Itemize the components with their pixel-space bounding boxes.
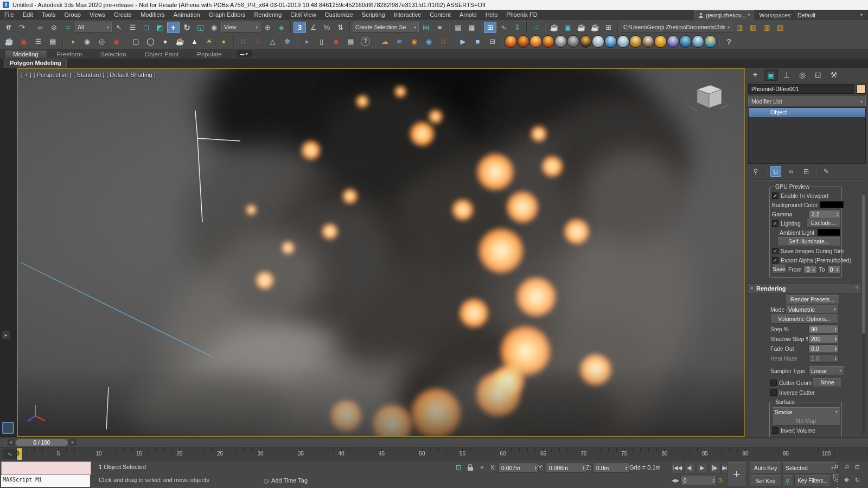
volumetric-options-button[interactable]: Volumetric Options... [770, 314, 838, 324]
set-key-button[interactable]: Set Key [750, 475, 781, 486]
start-sim-icon[interactable]: ▶ [456, 35, 470, 48]
window-crossing-icon[interactable]: ◩ [154, 22, 166, 33]
menu-interactive[interactable]: Interactive [390, 10, 426, 20]
menu-civil-view[interactable]: Civil View [286, 10, 320, 20]
lighting-checkbox[interactable]: ✓ [772, 220, 778, 227]
light-lister-icon[interactable]: ◑ [66, 35, 79, 48]
save-button[interactable]: Save [772, 265, 786, 274]
fade-out-spinner[interactable]: 0.0▲▼ [808, 344, 839, 353]
user-account-button[interactable]: georgi.zhekov... ▾ [694, 10, 754, 20]
unlink-selection-icon[interactable]: ⊘ [48, 22, 60, 33]
delete-sim-icon[interactable]: ⊟ [486, 35, 499, 48]
ribbon-tab-selection[interactable]: Selection [92, 50, 135, 59]
menu-scripting[interactable]: Scripting [358, 10, 390, 20]
red-drop-icon[interactable]: ◆ [329, 35, 343, 48]
vray-lister-icon[interactable]: ☰ [31, 35, 45, 48]
stop-sim-icon[interactable]: ■ [471, 35, 484, 48]
viewport-standard-menu[interactable]: [ Standard ] [73, 72, 104, 78]
preset-large-smoke[interactable] [567, 36, 579, 47]
vray-settings-icon[interactable]: ▤ [46, 35, 60, 48]
next-frame-button[interactable]: |▶ [709, 462, 720, 473]
flyout-arrow-button[interactable]: ▸ [2, 331, 10, 339]
select-and-rotate-icon[interactable]: ↻ [181, 22, 193, 33]
show-end-result-icon[interactable]: ⊔ [770, 166, 781, 177]
mirror-icon[interactable]: ⋈ [420, 22, 432, 33]
menu-customize[interactable]: Customize [321, 10, 358, 20]
surface-channel-dropdown[interactable]: Smoke▾ [772, 407, 840, 416]
scrollbar-thumb[interactable] [862, 195, 865, 334]
time-configuration-icon[interactable]: ◷ [718, 477, 723, 484]
selection-set-dropdown[interactable]: Create Selection Se▾ [353, 22, 419, 33]
orbit-icon[interactable]: ↻ [853, 476, 862, 485]
play-button[interactable]: ▶ [697, 462, 708, 473]
mode-dropdown[interactable]: Volumetric▾ [786, 305, 839, 314]
preset-explosion[interactable] [530, 36, 541, 47]
forces-icon[interactable]: ∴ [251, 35, 265, 48]
preset-burning-crate[interactable] [518, 36, 529, 47]
pin-stack-icon[interactable]: ⚲ [750, 166, 761, 177]
percent-snap-icon[interactable]: % [321, 22, 333, 33]
phoenixfd-help-icon[interactable]: ? [722, 35, 736, 48]
stack-item-object[interactable]: Object [749, 108, 865, 117]
preset-honey[interactable] [655, 36, 666, 47]
maxscript-listener-input[interactable]: MAXScript Mi [1, 475, 90, 487]
rendering-rollout-header[interactable]: ▾ Rendering ⠿ [748, 283, 861, 293]
ribbon-tab-object-paint[interactable]: Object Paint [136, 50, 188, 59]
preset-whirlpool[interactable] [680, 36, 691, 47]
menu-arnold[interactable]: Arnold [455, 10, 481, 20]
add-time-tag[interactable]: Add Time Tag [271, 477, 308, 484]
video-camera-icon[interactable]: ◉ [80, 35, 94, 48]
go-to-start-button[interactable]: |◀◀ [672, 462, 683, 473]
rendered-frame-window-icon[interactable]: ▣ [561, 22, 574, 33]
preset-iceberg[interactable] [617, 36, 629, 47]
gamma-spinner[interactable]: 2.2▲▼ [809, 210, 840, 219]
next-frame-button[interactable]: > [69, 439, 76, 446]
maxscript-mini-listener[interactable] [1, 461, 91, 475]
preset-explosion-crate[interactable] [542, 36, 554, 47]
id-card-icon[interactable]: ▯ [315, 35, 328, 48]
snaps-toggle-icon[interactable]: 3 [293, 22, 306, 33]
export-alpha-checkbox[interactable]: ✓ [772, 257, 778, 264]
zoom-extents-icon[interactable]: ⊡ [853, 463, 862, 472]
ribbon-tab-freeform[interactable]: Freeform [48, 50, 91, 59]
scatter-flower-icon[interactable]: ✽ [280, 35, 294, 48]
utilities-tab-icon[interactable]: ⚒ [827, 69, 841, 81]
viewport-pov-menu[interactable]: [ Perspective ] [34, 72, 72, 78]
sampler-type-dropdown[interactable]: Linear▾ [808, 366, 844, 375]
redo-icon[interactable]: ↷ [16, 22, 28, 33]
ribbon-toggle-icon[interactable]: ⊞ [484, 22, 496, 33]
project-link-icon[interactable]: ▥ [761, 22, 773, 33]
select-by-name-icon[interactable]: ☰ [126, 22, 139, 33]
select-and-manipulate-icon[interactable]: ◈ [275, 22, 288, 33]
background-color-swatch[interactable] [820, 201, 844, 208]
menu-edit[interactable]: Edit [18, 10, 37, 20]
display-tab-icon[interactable]: ⊡ [811, 69, 825, 81]
derrick-icon[interactable]: △ [266, 35, 279, 48]
modify-tab-icon[interactable]: ▣ [764, 69, 778, 81]
previous-frame-button[interactable]: < [8, 439, 15, 446]
spinner-arrows[interactable]: ▲▼ [836, 212, 839, 216]
ies-light-icon[interactable]: ▲ [188, 35, 201, 48]
preset-fire[interactable] [505, 36, 516, 47]
sun-light-icon[interactable]: ☀ [202, 35, 216, 48]
angle-snap-icon[interactable]: ∠ [307, 22, 320, 33]
ribbon-tab-populate[interactable]: Populate [188, 50, 230, 59]
physical-camera-icon[interactable]: ◉ [110, 35, 123, 48]
preset-beer[interactable] [630, 36, 641, 47]
selection-lock-icon[interactable] [468, 465, 473, 472]
render-presets-button[interactable]: Render Presets... [786, 295, 839, 304]
preset-splash[interactable] [605, 36, 616, 47]
key-mode-dropdown[interactable]: Selected▾ [782, 462, 837, 473]
render-setup-icon[interactable]: ☕ [548, 22, 560, 33]
exclude-button[interactable]: Exclude... [807, 219, 840, 228]
menu-views[interactable]: Views [85, 10, 110, 20]
key-filters-button[interactable]: Key Filters... [794, 475, 831, 486]
rect-light-icon[interactable]: ▢ [129, 35, 143, 48]
no-map-button[interactable]: No Map [772, 416, 840, 426]
sphere-light-icon[interactable]: ● [158, 35, 172, 48]
mini-curve-editor-button[interactable]: ∿ [3, 450, 17, 459]
x-coord-field[interactable]: 0.007m▲▼ [498, 463, 539, 473]
phoenix-particles-icon[interactable]: ∷ [437, 35, 450, 48]
named-selection-sets-icon[interactable]: {} [2, 22, 15, 33]
enable-in-viewport-checkbox[interactable]: ✓ [772, 192, 778, 199]
